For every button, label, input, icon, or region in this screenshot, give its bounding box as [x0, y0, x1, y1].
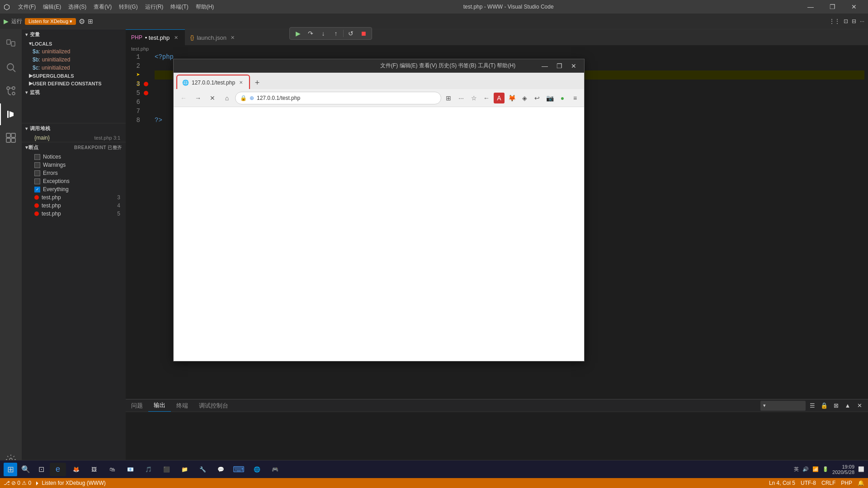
bp-warnings-checkbox[interactable]: [34, 162, 40, 168]
taskbar-edge[interactable]: e: [50, 463, 66, 476]
panel-clear-btn[interactable]: ☰: [807, 401, 817, 411]
menu-edit[interactable]: 编辑(E): [40, 2, 64, 12]
activity-source-control[interactable]: [0, 80, 22, 102]
var-b[interactable]: $b:uninitialized: [22, 56, 126, 64]
menu-view[interactable]: 查看(V): [91, 2, 114, 12]
taskbar-tools[interactable]: 🔧: [194, 463, 211, 476]
user-constants-header[interactable]: ▶ User defined constants: [22, 80, 126, 87]
taskbar-terminal[interactable]: ⬛: [158, 463, 175, 476]
search-button[interactable]: 🔍: [19, 463, 33, 476]
browser-close-btn[interactable]: ✕: [567, 61, 580, 71]
browser-ext-btn-6[interactable]: ↩: [532, 93, 542, 103]
activity-search[interactable]: [0, 56, 22, 78]
more-icon[interactable]: ···: [860, 18, 864, 24]
split-icon[interactable]: ⊞: [88, 18, 93, 25]
callstack-header[interactable]: ▾ 调用堆栈: [22, 123, 126, 134]
stop-button[interactable]: ⏹: [357, 28, 370, 39]
taskbar-chat[interactable]: 💬: [212, 463, 229, 476]
taskbar-games[interactable]: 🎮: [267, 463, 283, 476]
browser-menu-btn[interactable]: ≡: [570, 93, 580, 103]
tab-test-php-close[interactable]: ✕: [172, 34, 179, 41]
view-icon[interactable]: ⋮⋮: [829, 18, 840, 24]
panel-maximize-btn[interactable]: ▲: [843, 401, 853, 411]
taskbar-firefox[interactable]: 🦊: [68, 463, 84, 476]
statusbar-language[interactable]: PHP: [841, 480, 852, 486]
restore-button[interactable]: ❐: [822, 0, 843, 14]
taskbar-vscode[interactable]: ⌨: [231, 463, 247, 476]
taskbar-photos[interactable]: 🖼: [86, 463, 102, 476]
browser-tab-1[interactable]: 🌐 127.0.0.1/test.php ✕: [177, 75, 249, 89]
tab-launch-json[interactable]: {} launch.json ✕: [185, 29, 242, 45]
taskbar-store[interactable]: 🛍: [104, 463, 120, 476]
bp-warnings[interactable]: Warnings: [22, 161, 126, 169]
browser-address-bar[interactable]: 🔒 ⊕ 127.0.0.1/test.php: [235, 92, 441, 104]
menu-help[interactable]: 帮助(H): [193, 2, 217, 12]
browser-ext-btn-3[interactable]: A: [494, 93, 505, 103]
watch-header[interactable]: ▾ 监视: [22, 87, 126, 98]
settings-icon[interactable]: ⚙: [79, 17, 85, 26]
browser-forward-btn[interactable]: →: [192, 92, 204, 104]
panel-tab-terminal[interactable]: 终端: [171, 400, 193, 412]
browser-restore-btn[interactable]: ❐: [552, 61, 566, 71]
step-out-button[interactable]: ↑: [330, 28, 342, 39]
browser-nav-back-btn[interactable]: ←: [481, 93, 492, 103]
browser-new-tab-btn[interactable]: +: [251, 76, 264, 89]
taskbar-files[interactable]: 📁: [176, 463, 193, 476]
taskbar-browser[interactable]: 🌐: [249, 463, 265, 476]
bp-everything-checkbox[interactable]: ✓: [34, 187, 40, 192]
menu-run[interactable]: 运行(R): [142, 2, 166, 12]
browser-bookmark-btn[interactable]: ☆: [468, 93, 479, 103]
superglobals-header[interactable]: ▶ Superglobals: [22, 72, 126, 80]
menu-goto[interactable]: 转到(G): [116, 2, 140, 12]
activity-extensions[interactable]: [0, 127, 22, 149]
bp-errors-checkbox[interactable]: [34, 170, 40, 176]
bp-file-3[interactable]: test.php 5: [22, 210, 126, 218]
statusbar-git[interactable]: ⎇ ⊘ 0 ⚠ 0: [4, 480, 31, 486]
activity-explorer[interactable]: [0, 33, 22, 55]
panel-move-btn[interactable]: ⊠: [831, 401, 841, 411]
panel-tab-output[interactable]: 输出: [148, 399, 171, 412]
browser-minimize-btn[interactable]: —: [538, 61, 552, 71]
panel-close-btn[interactable]: ✕: [854, 401, 864, 411]
statusbar-line-col[interactable]: Ln 4, Col 5: [769, 480, 795, 486]
locals-header[interactable]: ▾ Locals: [22, 40, 126, 47]
panel-tab-debug[interactable]: 调试控制台: [193, 400, 234, 412]
bp-notices[interactable]: Notices: [22, 153, 126, 161]
continue-button[interactable]: ▶: [292, 28, 304, 39]
statusbar-debug-label[interactable]: ⏵ Listen for XDebug (WWW): [35, 480, 106, 486]
bp-exceptions-checkbox[interactable]: [34, 178, 40, 184]
variables-header[interactable]: ▾ 变量: [22, 29, 126, 40]
listen-xdebug-btn[interactable]: Listen for XDebug ▾: [25, 18, 76, 25]
browser-home-btn[interactable]: ⌂: [221, 92, 233, 104]
minimize-button[interactable]: —: [800, 0, 821, 14]
bp-everything[interactable]: ✓ Everything: [22, 185, 126, 193]
start-button[interactable]: ⊞: [4, 463, 17, 476]
browser-tab-1-close[interactable]: ✕: [238, 80, 244, 86]
step-over-button[interactable]: ↷: [304, 28, 317, 39]
activity-debug[interactable]: [0, 103, 22, 125]
menu-terminal[interactable]: 终端(T): [168, 2, 191, 12]
browser-ext-btn-5[interactable]: ◈: [519, 93, 530, 103]
callstack-main[interactable]: {main} test.php 3:1: [22, 134, 126, 142]
bp-file-2[interactable]: test.php 4: [22, 202, 126, 210]
close-button[interactable]: ✕: [844, 0, 864, 14]
tab-launch-json-close[interactable]: ✕: [229, 34, 236, 41]
statusbar-notifications[interactable]: 🔔: [858, 480, 864, 486]
browser-ext-btn-4[interactable]: 🦊: [506, 93, 517, 103]
var-a[interactable]: $a:uninitialized: [22, 47, 126, 56]
panel-lock-btn[interactable]: 🔒: [819, 401, 829, 411]
step-into-button[interactable]: ↓: [317, 28, 330, 39]
layout-icon[interactable]: ⊡: [844, 18, 848, 24]
restart-button[interactable]: ↺: [344, 28, 357, 39]
bp-notices-checkbox[interactable]: [34, 154, 40, 160]
statusbar-line-endings[interactable]: CRLF: [821, 480, 835, 486]
taskbar-music[interactable]: 🎵: [140, 463, 156, 476]
statusbar-encoding[interactable]: UTF-8: [801, 480, 816, 486]
browser-ext-btn-1[interactable]: ⊞: [443, 93, 454, 103]
split-editor-icon[interactable]: ⊟: [852, 18, 856, 24]
panel-tab-problems[interactable]: 问题: [126, 400, 148, 412]
browser-ext-btn-8[interactable]: ●: [557, 93, 568, 103]
taskbar-mail[interactable]: 📧: [122, 463, 138, 476]
taskview-button[interactable]: ⊡: [34, 463, 48, 476]
var-c[interactable]: $c:uninitialized: [22, 64, 126, 72]
